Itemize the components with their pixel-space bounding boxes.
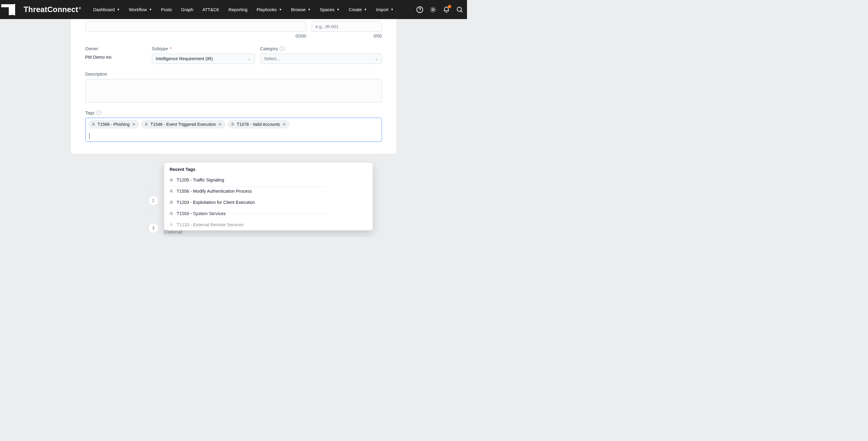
chevron-down-icon: ▼ [279, 8, 282, 11]
nav-browse[interactable]: Browse▼ [291, 7, 311, 12]
subtype-select[interactable]: Intelligence Requirement (IR) ⌄ [152, 54, 255, 64]
nav-dashboard[interactable]: Dashboard▼ [93, 7, 120, 12]
info-icon[interactable]: i [96, 110, 101, 115]
chevron-down-icon: ▼ [149, 8, 152, 11]
category-placeholder: Select... [264, 56, 280, 61]
name-input[interactable] [85, 22, 306, 32]
attack-icon: & [170, 222, 173, 227]
tags-suggestion-dropdown: Recent Tags &T1205 - Traffic Signaling &… [164, 162, 373, 231]
tags-label: Tags i [85, 110, 382, 115]
registered-mark: ® [79, 7, 81, 10]
svg-rect-2 [1, 4, 15, 7]
nav-posts[interactable]: Posts [161, 7, 172, 12]
remove-tag-icon[interactable]: ✕ [282, 122, 286, 127]
chevron-down-icon: ⌄ [375, 57, 378, 61]
gear-icon[interactable] [429, 5, 437, 14]
text-cursor [89, 133, 90, 139]
tag-suggestion-item[interactable]: &T1203 - Exploitation for Client Executi… [164, 197, 373, 208]
brand-logo[interactable]: ThreatConnect® [1, 4, 81, 16]
name-counter: 0/200 [85, 34, 306, 38]
wizard-step-2[interactable]: 2 [148, 195, 159, 206]
nav-spaces[interactable]: Spaces▼ [320, 7, 340, 12]
chevron-down-icon: ▼ [337, 8, 340, 11]
chevron-down-icon: ▼ [117, 8, 120, 11]
id-input[interactable] [312, 22, 382, 32]
search-icon[interactable] [456, 5, 464, 14]
tag-chip: & T1546 - Event Triggered Execution ✕ [141, 121, 225, 128]
info-icon[interactable]: i [280, 46, 284, 51]
dropdown-section-header: Recent Tags [164, 167, 373, 174]
attack-icon: & [231, 122, 234, 127]
notification-badge [448, 5, 451, 8]
nav-import[interactable]: Import▼ [376, 7, 394, 12]
category-select[interactable]: Select... ⌄ [260, 54, 382, 64]
owner-label: Owner [85, 46, 147, 51]
attack-icon: & [145, 122, 148, 127]
top-navbar: ThreatConnect® Dashboard▼ Workflow▼ Post… [0, 0, 467, 19]
attack-icon: & [170, 177, 173, 182]
tags-input[interactable]: & T1566 - Phishing ✕ & T1546 - Event Tri… [85, 118, 382, 142]
tag-label: T1566 - Phishing [97, 122, 129, 127]
svg-rect-1 [15, 4, 21, 15]
tag-label: T1546 - Event Triggered Execution [150, 122, 216, 127]
wizard-step-3[interactable]: 3 [148, 223, 159, 233]
optional-label: (Optional) [164, 230, 183, 234]
nav-create[interactable]: Create▼ [349, 7, 367, 12]
chevron-down-icon: ▼ [391, 8, 394, 11]
step-number-badge: 2 [148, 195, 159, 206]
subtype-value: Intelligence Requirement (IR) [156, 56, 213, 61]
subtype-label: Subtype * [152, 46, 255, 51]
nav-graph[interactable]: Graph [181, 7, 193, 12]
chevron-down-icon: ▼ [308, 8, 311, 11]
owner-value: PM Demo Inc [85, 55, 147, 60]
help-icon[interactable] [415, 5, 424, 14]
brand-name: ThreatConnect® [24, 5, 81, 14]
tag-chip: & T1566 - Phishing ✕ [89, 121, 139, 128]
step-number-badge: 3 [148, 223, 159, 233]
svg-point-7 [457, 7, 462, 11]
primary-nav: Dashboard▼ Workflow▼ Posts Graph ATT&CK … [93, 7, 409, 12]
attack-icon: & [92, 122, 95, 127]
tag-suggestion-item[interactable]: &T1205 - Traffic Signaling [164, 174, 373, 185]
tag-chip: & T1078 - Valid Accounts ✕ [227, 121, 289, 128]
tag-suggestion-item[interactable]: &T1556 - Modify Authentication Process [164, 185, 373, 197]
svg-point-6 [432, 8, 434, 10]
description-textarea[interactable] [85, 79, 382, 103]
nav-reporting[interactable]: Reporting [228, 7, 248, 12]
remove-tag-icon[interactable]: ✕ [218, 122, 222, 127]
bell-icon[interactable] [442, 5, 451, 14]
header-utility-icons [415, 5, 464, 14]
chevron-down-icon: ⌄ [248, 57, 251, 61]
section-divider [141, 213, 327, 213]
remove-tag-icon[interactable]: ✕ [132, 122, 135, 127]
svg-rect-3 [9, 4, 12, 15]
logo-mark-icon [1, 4, 21, 16]
attack-icon: & [170, 200, 173, 205]
tag-label: T1078 - Valid Accounts [237, 122, 280, 127]
attack-icon: & [170, 189, 173, 194]
svg-point-5 [420, 11, 420, 11]
nav-playbooks[interactable]: Playbooks▼ [257, 7, 282, 12]
section-divider [141, 186, 327, 187]
tag-suggestion-item[interactable]: &T1133 - External Remote Services [164, 219, 373, 230]
nav-attck[interactable]: ATT&CK [203, 7, 219, 12]
page-body: 0/200 0/50 Owner PM Demo Inc Subtype * I… [0, 19, 467, 154]
category-label: Category i [260, 46, 382, 51]
description-label: Description [85, 72, 382, 76]
id-counter: 0/50 [312, 34, 382, 38]
form-card: 0/200 0/50 Owner PM Demo Inc Subtype * I… [71, 19, 397, 154]
chevron-down-icon: ▼ [364, 8, 367, 11]
nav-workflow[interactable]: Workflow▼ [129, 7, 152, 12]
